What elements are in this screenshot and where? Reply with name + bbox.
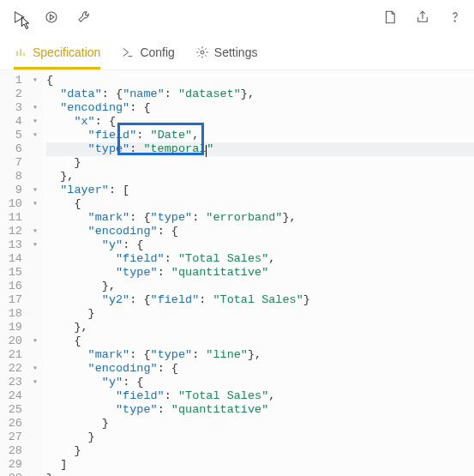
svg-point-1 (46, 12, 57, 22)
line-number: 28 (0, 444, 38, 458)
line-number: 18 (0, 307, 38, 321)
line-number: 9 ▾ (0, 184, 38, 197)
preview-button[interactable] (41, 7, 62, 27)
svg-point-8 (201, 51, 204, 54)
new-file-button[interactable] (380, 7, 400, 27)
line-number: 4 ▾ (0, 115, 38, 129)
line-number: 1 ▾ (0, 74, 38, 87)
line-number: 14 (0, 252, 38, 266)
svg-point-3 (454, 21, 455, 21)
tab-specification[interactable]: Specification (14, 34, 100, 69)
tab-config[interactable]: Config (121, 34, 174, 69)
line-number: 25 (0, 403, 38, 417)
line-number: 5 ▾ (0, 129, 38, 142)
gear-icon (195, 45, 209, 59)
help-button[interactable] (445, 7, 465, 27)
toolbar (0, 0, 474, 34)
line-number: 23 ▾ (0, 376, 38, 389)
active-line[interactable]: "type": "temporal" (46, 142, 474, 156)
line-number: 13 ▾ (0, 238, 38, 252)
text-caret (206, 145, 207, 157)
svg-marker-0 (15, 12, 25, 22)
line-number: 22 ▾ (0, 362, 38, 376)
wrench-button[interactable] (74, 7, 94, 27)
line-number: 6 (0, 142, 38, 156)
sliders-icon (121, 45, 135, 59)
tab-label: Settings (214, 45, 258, 59)
line-number: 3 ▾ (0, 101, 38, 115)
line-number: 10 ▾ (0, 197, 38, 211)
line-number: 29 (0, 458, 38, 472)
line-number: 15 (0, 266, 38, 280)
line-number: 21 (0, 348, 38, 362)
line-gutter: 1 ▾2 3 ▾4 ▾5 ▾6 7 8 9 ▾10 ▾11 12 ▾13 ▾14… (0, 70, 43, 476)
code-area[interactable]: { "data": {"name": "dataset"}, "encoding… (43, 70, 474, 476)
line-number: 12 ▾ (0, 225, 38, 238)
line-number: 30 (0, 472, 38, 476)
line-number: 7 (0, 156, 38, 170)
line-number: 26 (0, 417, 38, 431)
line-number: 20 ▾ (0, 334, 38, 348)
tabbar: Specification Config Settings (0, 34, 474, 70)
tab-settings[interactable]: Settings (195, 34, 258, 69)
line-number: 11 (0, 211, 38, 225)
line-number: 17 (0, 293, 38, 307)
tab-label: Config (140, 45, 174, 59)
share-button[interactable] (412, 7, 433, 27)
run-button[interactable] (9, 7, 29, 27)
line-number: 27 (0, 431, 38, 444)
line-number: 2 (0, 87, 38, 101)
line-number: 19 (0, 321, 38, 334)
line-number: 16 (0, 280, 38, 293)
line-number: 8 (0, 170, 38, 184)
line-number: 24 (0, 389, 38, 403)
chart-icon (14, 45, 27, 59)
svg-marker-2 (51, 15, 55, 20)
tab-label: Specification (33, 45, 100, 59)
code-editor[interactable]: 1 ▾2 3 ▾4 ▾5 ▾6 7 8 9 ▾10 ▾11 12 ▾13 ▾14… (0, 70, 474, 476)
